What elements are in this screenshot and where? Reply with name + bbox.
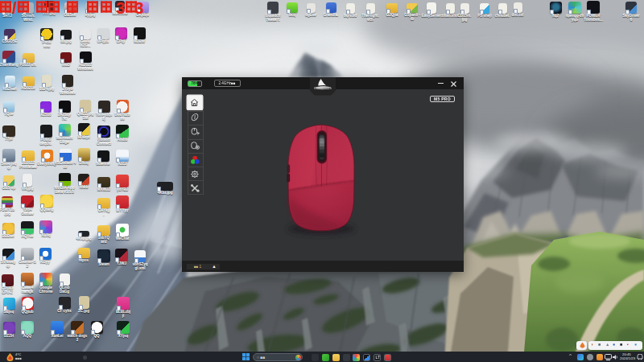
svg-text:/: / [12, 0, 17, 17]
svg-text:3: 3 [116, 0, 126, 17]
svg-text:3: 3 [134, 0, 144, 17]
